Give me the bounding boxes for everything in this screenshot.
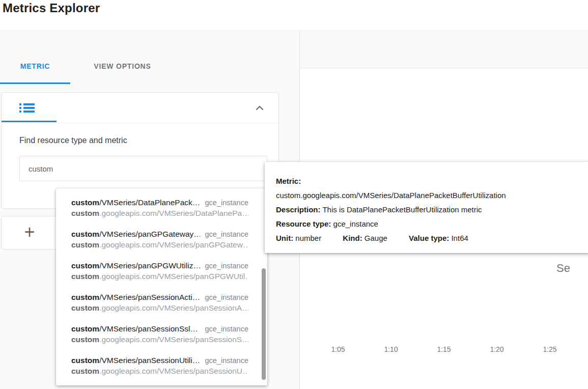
tooltip-description-label: Description: <box>276 205 321 214</box>
metric-item-name: custom/VMSeries/panGPGWUtiliz… <box>71 261 200 271</box>
metric-item-name-row: custom/VMSeries/panSessionActi… gce_inst… <box>71 292 248 302</box>
metric-item-name-row: custom/VMSeries/panGPGWUtiliz… gce_insta… <box>71 261 248 271</box>
plus-icon: + <box>24 223 35 241</box>
metric-list-item[interactable]: custom/VMSeries/panSessionActi… gce_inst… <box>56 291 267 323</box>
metric-item-name: custom/VMSeries/panSessionSsl… <box>71 324 198 334</box>
metric-item-resource-type: gce_instance <box>205 198 248 208</box>
add-metric-button[interactable]: + <box>1 216 58 249</box>
tooltip-metric-label-row: Metric: <box>276 174 588 188</box>
tooltip-metric-value: custom.googleapis.com/VMSeries/DataPlane… <box>276 188 588 203</box>
metric-suggestions-list: custom/VMSeries/DataPlanePack… gce_insta… <box>56 197 267 386</box>
tooltip-description-value: This is DataPlanePacketBufferUtilization… <box>322 205 482 214</box>
x-axis-tick-label: 1:25 <box>543 345 556 353</box>
tooltip-value-type-value: Int64 <box>451 234 468 242</box>
metric-list-item[interactable]: custom/VMSeries/panSessionUtili… gce_ins… <box>56 354 267 386</box>
metric-item-name-rest: /VMSeries/panSessionUtili… <box>99 356 200 365</box>
metric-item-name-rest: /VMSeries/panSessionSsl… <box>99 324 198 333</box>
metric-list-item[interactable]: custom/VMSeries/DataPlanePack… gce_insta… <box>56 197 267 228</box>
tooltip-value-type-label: Value type: <box>409 234 449 242</box>
x-axis-tick-label: 1:15 <box>437 345 451 353</box>
tooltip-value-type: Value type: Int64 <box>409 234 468 242</box>
metric-item-name: custom/VMSeries/panSessionActi… <box>71 292 200 302</box>
metric-item-name-rest: /VMSeries/panGPGateway… <box>99 230 200 238</box>
tooltip-resource-type-label: Resource type: <box>276 219 331 228</box>
metric-item-path-match: custom <box>71 303 99 312</box>
metric-item-resource-type: gce_instance <box>205 261 248 271</box>
metric-details-tooltip: Metric: custom.googleapis.com/VMSeries/D… <box>265 162 588 253</box>
metric-item-name-rest: /VMSeries/panSessionActi… <box>99 293 200 301</box>
metric-item-name: custom/VMSeries/DataPlanePack… <box>71 198 200 208</box>
metric-item-path: custom.googleapis.com/VMSeries/DataPlane… <box>71 208 248 218</box>
tooltip-metric-label: Metric: <box>276 177 301 185</box>
metric-list-item[interactable]: custom/VMSeries/panSessionSsl… gce_insta… <box>56 323 267 354</box>
metric-item-name-row: custom/VMSeries/panGPGateway… gce_instan… <box>71 229 248 239</box>
metric-card-header <box>2 93 278 123</box>
card-active-tab-indicator <box>2 121 57 122</box>
metric-item-path-rest: .googleapis.com/VMSeries/DataPlanePa… <box>99 209 248 217</box>
metric-item-match-text: custom <box>71 356 99 365</box>
metric-item-name-row: custom/VMSeries/panSessionSsl… gce_insta… <box>71 324 248 334</box>
tooltip-kind-value: Gauge <box>365 234 387 242</box>
metric-item-path-rest: .googleapis.com/VMSeries/panSessionS… <box>99 335 248 344</box>
active-tab-indicator <box>0 82 70 84</box>
workspace: Se 1:05 1:10 1:15 1:20 1:25 METRIC VIEW … <box>0 32 588 389</box>
metric-item-name-row: custom/VMSeries/DataPlanePack… gce_insta… <box>71 198 248 208</box>
metric-item-path-rest: .googleapis.com/VMSeries/panSessionA… <box>99 303 248 312</box>
x-axis: 1:05 1:10 1:15 1:20 1:25 <box>300 345 588 355</box>
tooltip-resource-type-value: gce_instance <box>333 219 378 228</box>
list-icon <box>19 102 35 114</box>
x-axis-tick-label: 1:20 <box>490 345 503 353</box>
tooltip-unit-kind-row: Unit: number Kind: Gauge Value type: Int… <box>276 231 588 245</box>
metric-item-path-match: custom <box>71 209 99 217</box>
metric-item-path: custom.googleapis.com/VMSeries/panGPGWUt… <box>71 271 248 282</box>
metric-item-name-row: custom/VMSeries/panSessionUtili… gce_ins… <box>71 355 248 366</box>
tab-metric[interactable]: METRIC <box>0 53 70 79</box>
page-header: Metrics Explorer <box>0 0 588 31</box>
metric-item-match-text: custom <box>71 324 99 333</box>
metric-item-path: custom.googleapis.com/VMSeries/panSessio… <box>71 335 248 345</box>
metric-list-item[interactable]: custom/VMSeries/panGPGateway… gce_instan… <box>56 228 267 260</box>
metric-item-match-text: custom <box>71 198 99 207</box>
metric-item-path-rest: .googleapis.com/VMSeries/panGPGatew… <box>99 240 248 249</box>
tooltip-unit-value: number <box>295 234 321 242</box>
x-axis-tick-label: 1:05 <box>331 345 345 353</box>
tooltip-kind-label: Kind: <box>343 234 362 242</box>
metric-suggestions-dropdown: custom/VMSeries/DataPlanePack… gce_insta… <box>56 188 267 385</box>
metric-list-item[interactable]: custom/VMSeries/panGPGWUtiliz… gce_insta… <box>56 260 267 291</box>
tooltip-unit-label: Unit: <box>276 234 293 242</box>
tab-view-options[interactable]: VIEW OPTIONS <box>70 53 175 79</box>
metric-item-path-match: custom <box>71 272 99 281</box>
metric-item-resource-type: gce_instance <box>205 355 248 366</box>
tab-metric-label: METRIC <box>20 62 50 70</box>
dropdown-scrollbar-thumb[interactable] <box>262 268 266 380</box>
tab-view-options-label: VIEW OPTIONS <box>94 62 151 70</box>
find-metric-label: Find resource type and metric <box>19 136 127 145</box>
metric-item-resource-type: gce_instance <box>205 324 248 334</box>
metric-item-resource-type: gce_instance <box>205 292 248 302</box>
metric-item-path-rest: .googleapis.com/VMSeries/panGPGWUtil… <box>99 272 248 281</box>
chevron-up-icon <box>256 105 264 110</box>
metric-item-path-rest: .googleapis.com/VMSeries/panSessionU… <box>99 367 248 375</box>
tooltip-resource-type-row: Resource type: gce_instance <box>276 217 588 231</box>
metric-item-match-text: custom <box>71 261 99 270</box>
metric-item-name: custom/VMSeries/panSessionUtili… <box>71 355 200 366</box>
metrics-explorer-page: Metrics Explorer Se 1:05 1:10 1:15 1:20 … <box>0 0 588 389</box>
metric-item-name-rest: /VMSeries/panGPGWUtiliz… <box>99 261 200 270</box>
metric-item-name-rest: /VMSeries/DataPlanePack… <box>99 198 200 207</box>
x-axis-tick-label: 1:10 <box>384 345 398 353</box>
metric-item-path: custom.googleapis.com/VMSeries/panGPGate… <box>71 240 248 250</box>
tooltip-kind: Kind: Gauge <box>343 234 389 242</box>
metric-item-resource-type: gce_instance <box>205 229 248 239</box>
metric-item-path: custom.googleapis.com/VMSeries/panSessio… <box>71 303 248 313</box>
tooltip-description-row: Description: This is DataPlanePacketBuff… <box>276 203 588 217</box>
metric-search-input[interactable] <box>19 156 267 181</box>
metric-item-path-match: custom <box>71 335 99 344</box>
tooltip-unit: Unit: number <box>276 234 323 242</box>
metric-item-path-match: custom <box>71 367 99 375</box>
chart-placeholder-text: Se <box>556 262 570 275</box>
collapse-button[interactable] <box>251 100 268 116</box>
metric-item-match-text: custom <box>71 230 99 238</box>
metric-item-path-match: custom <box>71 240 99 249</box>
metric-list-tab[interactable] <box>17 99 37 117</box>
metric-item-match-text: custom <box>71 293 99 301</box>
